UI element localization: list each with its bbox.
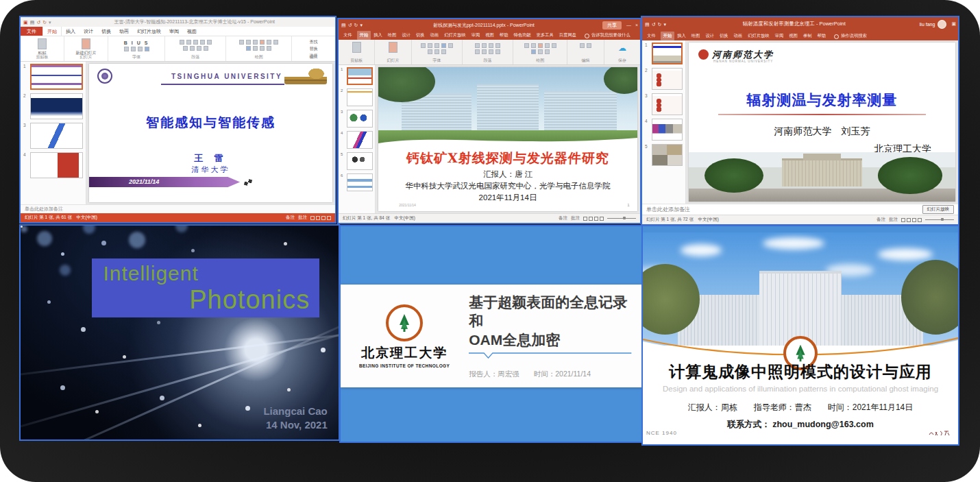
thumbnail-preview[interactable] [347,110,373,128]
titlebar[interactable]: ▣ ▤ ↺ ↻ ▾ 王雷-清华大学-智能感知-20211113-北京理工大学博士… [21,17,335,27]
ribbon-group-drawing[interactable]: 绘图 [226,36,292,61]
ribbon-tab[interactable]: 设计 [702,32,717,40]
ribbon-tab[interactable]: 切换 [717,32,731,40]
slide-editing-area[interactable]: 钙钛矿X射线探测与发光器件研究 汇报人：唐 江 华中科技大学武汉光电国家研究中心… [376,65,640,213]
slide-thumbnail[interactable]: 3 [645,93,683,115]
ribbon-tab[interactable]: 插入 [371,31,385,40]
comments-toggle[interactable]: 批注 [298,215,307,221]
ribbon-group-font[interactable]: B I U S 字体 [108,36,165,61]
undo-icon[interactable]: ↺ [652,22,656,27]
save-icon[interactable]: ▤ [645,22,650,27]
ribbon-group-slides[interactable]: 新建幻灯片 幻灯片 [64,36,108,61]
ribbon-tab[interactable]: 视图 [786,32,800,40]
slide-thumbnail-panel[interactable]: 1234 [21,62,86,204]
ribbon-tab[interactable]: 帮助 [814,32,829,40]
thumbnail-preview[interactable] [652,119,683,141]
thumbnail-preview[interactable] [30,123,83,149]
baidu-cloud-icon[interactable]: ☁ [618,44,626,52]
ribbon-display-icon[interactable]: ▣ [951,21,956,27]
language-indicator[interactable]: 中文(中国) [77,215,97,219]
ribbon-tab[interactable]: 动画 [428,31,442,40]
slide-canvas[interactable]: 河南师范大学 HENAN NORMAL UNIVERSITY 辐射测温与发射率测… [689,43,955,202]
slide-canvas[interactable]: 钙钛矿X射线探测与发光器件研究 汇报人：唐 江 华中科技大学武汉光电国家研究中心… [378,67,637,211]
comments-toggle[interactable]: 批注 [889,217,898,223]
paste-icon[interactable] [38,38,47,49]
slide-thumbnail[interactable]: 4 [23,152,83,178]
ribbon-group-clipboard[interactable]: 粘贴 剪贴板 [21,36,64,61]
notes-placeholder[interactable]: 单击此处添加备注 [25,206,63,213]
font-buttons[interactable]: B I U S [124,40,149,45]
ribbon-group-save-cloud[interactable]: ☁ 保存 [604,40,640,64]
ribbon-group-paragraph[interactable]: 段落 [463,40,513,64]
slide-editing-area[interactable]: 河南师范大学 HENAN NORMAL UNIVERSITY 辐射测温与发射率测… [686,40,958,204]
slide-thumbnail[interactable]: 6 [341,173,373,191]
view-switcher[interactable] [583,217,604,221]
view-switcher[interactable] [310,216,331,220]
thumbnail-preview[interactable] [347,88,373,106]
thumbnail-preview[interactable] [347,152,373,170]
ribbon-tab[interactable]: 切换 [97,27,115,36]
quick-access-toolbar[interactable]: ▤ ↺ ↻ ▾ [339,23,365,27]
ribbon-tab[interactable]: 更多工具 [534,31,556,40]
qat-dropdown-icon[interactable]: ▾ [49,20,51,25]
slide-thumbnail[interactable]: 1 [23,64,83,90]
thumbnail-preview[interactable] [347,173,373,191]
slide-thumbnail[interactable]: 5 [341,152,373,170]
notes-toggle[interactable]: 备注 [559,215,567,221]
notes-bar[interactable]: 单击此处添加备注 [21,204,335,213]
tab-file[interactable]: 文件 [642,31,661,40]
ribbon-tab[interactable]: 幻灯片放映 [441,31,468,40]
ribbon-tab[interactable]: 幻灯片放映 [133,27,165,36]
ribbon-group-slides[interactable]: 幻灯片 [375,40,411,64]
thumbnail-preview[interactable] [30,152,83,178]
ribbon-tab[interactable]: 视图 [183,27,201,36]
slide-thumbnail[interactable]: 4 [341,131,373,149]
minimize-button[interactable]: — [626,23,631,27]
slideshow-button[interactable]: 幻灯片放映 [922,205,955,214]
undo-icon[interactable]: ↺ [36,20,40,25]
thumbnail-preview[interactable] [652,144,683,166]
ribbon-tab[interactable]: 插入 [674,32,689,40]
ribbon-tab[interactable]: 绘图 [689,32,703,40]
thumbnail-preview[interactable] [652,68,683,90]
tab-file[interactable]: 文件 [21,27,42,36]
quick-access-toolbar[interactable]: ▤ ↺ ↻ ▾ [642,22,669,27]
notes-toggle[interactable]: 备注 [286,215,295,221]
save-icon[interactable]: ▤ [341,23,346,27]
slide-thumbnail-panel[interactable]: 123456 [339,65,376,213]
thumbnail-preview[interactable] [30,93,83,119]
slide-thumbnail[interactable]: 3 [23,123,83,149]
ribbon-tab[interactable]: 开始 [661,32,675,40]
save-icon[interactable]: ▤ [30,20,35,25]
titlebar[interactable]: ▤ ↺ ↻ ▾ 射线探测与发光ppt-20211114.pptx - Power… [339,19,640,31]
redo-icon[interactable]: ↻ [42,20,47,25]
replace-label[interactable]: 替换 [309,46,317,52]
ribbon-group-font[interactable]: 字体 [412,40,463,64]
thumbnail-preview[interactable] [347,67,373,85]
ribbon-group-paragraph[interactable]: 段落 [165,36,226,61]
account-name[interactable]: liu fang [920,22,935,27]
tab-file[interactable]: 文件 [339,31,357,40]
ribbon-tab[interactable]: 帮助 [497,31,511,40]
slide-thumbnail[interactable]: 4 [645,119,683,141]
tell-me-search[interactable]: 操作说明搜索 [841,33,867,39]
comments-toggle[interactable]: 批注 [571,215,580,221]
language-indicator[interactable]: 中文(中国) [395,215,415,220]
ribbon-tab[interactable]: 特色功能 [511,31,533,40]
account-avatar[interactable] [938,20,946,29]
ribbon-tab[interactable]: 百度网盘 [556,31,579,40]
slide-canvas[interactable]: TSINGHUA UNIVERSITY 智能感知与智能传感 王 雷 清华大学 2… [89,64,332,202]
slide-thumbnail[interactable]: 2 [23,93,83,119]
slide-thumbnail[interactable]: 1 [341,67,373,85]
tell-me-search[interactable]: 告诉我您想要做什么 [591,32,630,38]
thumbnail-preview[interactable] [30,64,83,90]
slide-thumbnail[interactable]: 5 [645,144,683,166]
ribbon-group-editing[interactable]: 编辑 [567,40,604,64]
ribbon-tab[interactable]: 幻灯片放映 [745,32,772,40]
slide-thumbnail[interactable]: 2 [341,88,373,106]
ribbon-group-clipboard[interactable]: 剪贴板 [339,40,375,64]
ribbon-tab[interactable]: 插入 [62,27,79,36]
redo-icon[interactable]: ↻ [354,23,358,27]
ribbon-tab[interactable]: 审阅 [772,32,787,40]
slide-thumbnail[interactable]: 1 [645,43,683,64]
